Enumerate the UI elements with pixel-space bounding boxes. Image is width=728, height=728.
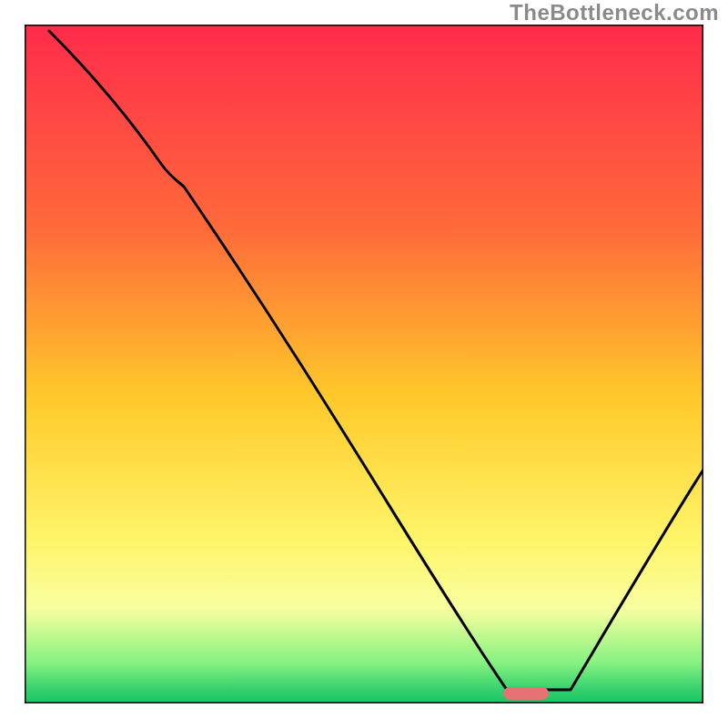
bottleneck-chart: TheBottleneck.com [0, 0, 728, 728]
gradient-background [25, 25, 703, 703]
watermark-text: TheBottleneck.com [510, 0, 719, 25]
optimum-slider-handle[interactable] [503, 687, 549, 700]
chart-plot-area [25, 25, 703, 703]
